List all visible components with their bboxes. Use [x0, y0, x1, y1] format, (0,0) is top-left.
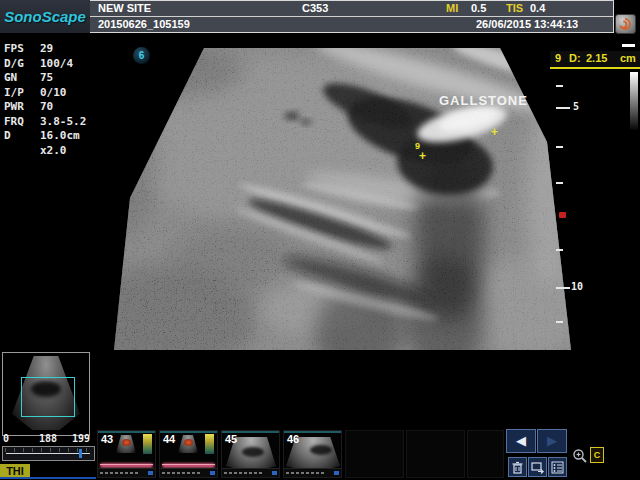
color-doppler-blob — [122, 439, 131, 446]
tis-value: 0.4 — [530, 2, 545, 14]
header-bar: NEW SITE C353 MI 0.5 TIS 0.4 20150626_10… — [90, 0, 614, 33]
orientation-marker: 6 — [133, 47, 150, 64]
mi-value: 0.5 — [471, 2, 486, 14]
sonoscape-logo: SonoScape — [0, 0, 90, 33]
color-doppler-blob — [184, 439, 193, 446]
param-fps: FPS29 — [4, 42, 104, 57]
color-scale-bar — [143, 434, 152, 454]
measurement-label: D: — [569, 52, 581, 64]
mi-label: MI — [446, 2, 458, 14]
ultrasound-image — [110, 46, 572, 352]
bmode-mini-dark-region — [310, 445, 332, 455]
empty-thumbnail-slot — [467, 430, 504, 478]
bmode-mini-dark-region — [242, 447, 264, 457]
caliper-mark-a: + — [491, 127, 498, 137]
param-gn: GN75 — [4, 71, 104, 86]
cine-current-frame: 188 — [39, 433, 57, 444]
header-row-2: 20150626_105159 26/06/2015 13:44:13 — [90, 17, 613, 32]
param-depth: D16.0cm — [4, 129, 104, 144]
param-ip: I/P0/10 — [4, 86, 104, 101]
review-list-button[interactable] — [548, 457, 567, 477]
spectral-waveform-highlight — [100, 464, 153, 465]
thumbnail-43[interactable]: 43 — [97, 430, 156, 478]
thumbnail-45[interactable]: 45 — [221, 430, 280, 478]
depth-tick-10cm — [556, 287, 570, 289]
thumbnail-46[interactable]: 46 — [283, 430, 342, 478]
depth-tick-5cm — [556, 107, 570, 109]
site-name: NEW SITE — [98, 2, 151, 14]
cine-slider-track — [6, 453, 90, 454]
grayscale-bar — [630, 72, 638, 130]
color-scale-bar — [205, 434, 214, 454]
thi-mode-badge: THI — [0, 464, 30, 478]
caliper-index: 9 — [415, 141, 420, 151]
depth-label-5: 5 — [573, 101, 579, 112]
magnifier-icon — [572, 448, 588, 464]
measurement-unit: cm — [620, 52, 636, 64]
probe-connect-icon[interactable] — [615, 14, 636, 34]
param-zoom: x2.0 — [4, 144, 104, 159]
measurement-readout: 9 D: 2.15 cm — [550, 51, 640, 69]
depth-tick — [556, 182, 563, 184]
cine-film-icon[interactable]: C — [590, 447, 604, 463]
swirl-icon — [618, 17, 632, 31]
tis-label: TIS — [506, 2, 523, 14]
acquisition-parameters: FPS29 D/G100/4 GN75 I/P0/10 PWR70 FRQ3.8… — [4, 42, 104, 158]
bottom-accent-line — [0, 477, 96, 479]
measurement-index: 9 — [555, 52, 561, 64]
trash-icon — [511, 461, 524, 474]
list-icon — [551, 461, 564, 474]
empty-thumbnail-slot — [406, 430, 465, 478]
previous-page-button[interactable]: ◀ — [506, 429, 536, 453]
depth-tick — [556, 249, 563, 251]
zoom-overview-thumbnail — [2, 352, 90, 436]
export-button[interactable] — [528, 457, 547, 477]
caliper-mark-b: + — [419, 151, 426, 161]
param-frq: FRQ3.8-5.2 — [4, 115, 104, 130]
spectral-waveform-highlight — [162, 464, 215, 465]
thumb-caption-icon — [334, 471, 339, 475]
measurement-value: 2.15 — [586, 52, 607, 64]
param-pwr: PWR70 — [4, 100, 104, 115]
thumbnail-number: 43 — [101, 433, 113, 445]
next-page-button[interactable]: ▶ — [537, 429, 567, 453]
thumb-caption-icon — [210, 471, 215, 475]
cine-total-frames: 199 — [72, 433, 90, 444]
focus-position-marker[interactable] — [559, 212, 566, 218]
zoom-roi-box[interactable] — [21, 377, 75, 417]
depth-tick — [556, 146, 563, 148]
thumb-caption-icon — [272, 471, 277, 475]
thumbnail-number: 46 — [287, 433, 299, 445]
depth-label-10: 10 — [571, 281, 583, 292]
thumbnail-44[interactable]: 44 — [159, 430, 218, 478]
depth-tick — [556, 85, 563, 87]
thumb-caption-bar — [98, 468, 155, 477]
cine-start-frame: 0 — [3, 433, 9, 444]
ultrasound-screen: SonoScape NEW SITE C353 MI 0.5 TIS 0.4 2… — [0, 0, 640, 480]
delete-button[interactable] — [508, 457, 527, 477]
thumb-caption-bar — [222, 468, 279, 477]
thumb-caption-bar — [284, 468, 341, 477]
thumb-caption-bar — [160, 468, 217, 477]
empty-thumbnail-slot — [345, 430, 404, 478]
exam-id: 20150626_105159 — [98, 18, 190, 30]
magnifier-zoom-icon[interactable] — [572, 448, 588, 464]
header-row-1: NEW SITE C353 MI 0.5 TIS 0.4 — [90, 1, 613, 17]
image-annotation: GALLSTONE — [439, 93, 528, 108]
cine-slider[interactable] — [2, 446, 95, 461]
thumb-caption-icon — [148, 471, 153, 475]
datetime: 26/06/2015 13:44:13 — [476, 18, 578, 30]
thumbnail-number: 44 — [163, 433, 175, 445]
probe-model: C353 — [302, 2, 328, 14]
cine-slider-handle[interactable] — [79, 449, 82, 458]
depth-tick — [556, 321, 563, 323]
depth-zero-tick — [622, 44, 635, 47]
thumbnail-number: 45 — [225, 433, 237, 445]
bmode-render — [110, 46, 572, 352]
param-dg: D/G100/4 — [4, 57, 104, 72]
export-icon — [531, 461, 544, 474]
